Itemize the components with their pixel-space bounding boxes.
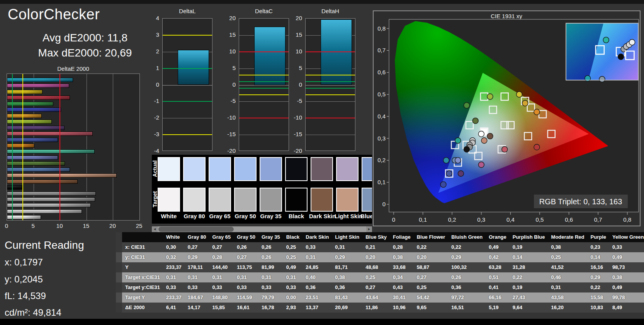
- swatch-column-label: Black: [284, 213, 309, 219]
- scrollbar-left-arrow-icon[interactable]: ◄: [152, 226, 158, 232]
- cie-1931-chart-panel: CIE 1931 xy00,10,20,30,40,50,60,70,800,1…: [373, 10, 641, 226]
- table-row: ΔE 20006,4114,1715,8516,6116,782,9313,37…: [116, 303, 644, 313]
- table-cell: 0,31: [302, 252, 332, 262]
- swatch-column-label: White: [156, 213, 182, 219]
- deltal-ref-line: [163, 101, 212, 102]
- table-cell: 148,80: [209, 292, 234, 303]
- table-cell: 9,64: [510, 303, 548, 313]
- deltae-chart-title: DeltaE 2000: [7, 65, 140, 72]
- cie-measured-marker-red: [534, 144, 540, 150]
- deltah-chart: [305, 18, 355, 151]
- table-column-header: Bluish Green: [448, 232, 486, 242]
- swatch-actual-black: [285, 157, 308, 181]
- table-row: x: CIE310,300,270,270,260,260,250,330,31…: [116, 242, 644, 252]
- table-column-header: Purple: [588, 232, 609, 242]
- table-cell: 0,36: [302, 282, 332, 292]
- cie-y-tick-label: 0,4: [377, 113, 386, 120]
- deltae-bar: [7, 149, 95, 154]
- table-cell: 0,31: [209, 272, 234, 282]
- cie-y-tick-label: 0,7: [377, 47, 386, 53]
- table-label-column-header: [122, 232, 163, 242]
- cie-x-tick-label: 0,2: [448, 216, 456, 223]
- swatch-comparison-panel: ActualTargetWhiteGray 80Gray 65Gray 50Gr…: [152, 155, 372, 224]
- table-column-header: Black: [283, 232, 303, 242]
- deltah-ref-line: [306, 81, 355, 82]
- table-cell: 5,19: [486, 303, 510, 313]
- row-gutter: [116, 292, 122, 303]
- table-cell: 100,32: [448, 262, 486, 272]
- deltae-bar: [7, 144, 34, 148]
- scrollbar-thumb[interactable]: [158, 227, 234, 232]
- table-cell: 144,40: [209, 262, 234, 272]
- inset-measured-marker: [629, 39, 635, 45]
- table-row: Target y:CIE310,330,330,330,330,330,330,…: [116, 282, 644, 292]
- cie-measured-marker-yellow-green: [487, 94, 493, 99]
- inset-measured-marker: [585, 75, 591, 81]
- scrollbar-right-arrow-icon[interactable]: ►: [366, 226, 372, 232]
- cie-measured-marker-dark-skin: [487, 133, 493, 139]
- table-row-label: Target x:CIE31: [122, 272, 163, 282]
- cie-measured-marker-magenta: [478, 162, 484, 168]
- cie-zoom-inset: [566, 23, 638, 82]
- table-cell: 0,26: [448, 272, 486, 282]
- deltae-bar: [7, 102, 53, 106]
- table-cell: 0,28: [209, 252, 234, 262]
- swatch-target-gray-50: [234, 188, 257, 212]
- table-cell: 0,38: [548, 242, 588, 252]
- cie-measured-marker-moderate-red: [502, 147, 508, 152]
- table-cell: 0,31: [258, 272, 283, 282]
- deltac-tick-label: 20: [219, 15, 236, 21]
- deltal-tick-label: -1: [142, 98, 159, 104]
- table-cell: 99,78: [609, 292, 644, 303]
- table-cell: 63,28: [486, 262, 510, 272]
- table-cell: 58,87: [414, 262, 449, 272]
- deltac-chart: [239, 18, 289, 151]
- table-cell: 97,72: [448, 292, 486, 303]
- table-cell: 0,49: [609, 252, 644, 262]
- table-cell: 16,20: [548, 303, 588, 313]
- table-cell: 233,37: [163, 262, 185, 272]
- table-cell: 6,41: [163, 303, 185, 313]
- deltae-bar: [7, 203, 91, 207]
- table-column-header: Purplish Blue: [510, 232, 548, 242]
- table-cell: 0,27: [209, 242, 234, 252]
- table-cell: 2,93: [283, 303, 303, 313]
- table-cell: 0,33: [209, 282, 234, 292]
- table-cell: 114,59: [234, 292, 258, 303]
- table-cell: 27,43: [510, 292, 548, 303]
- table-cell: 0,26: [258, 242, 283, 252]
- current-reading-title: Current Reading: [5, 239, 84, 251]
- deltal-tick-label: 0: [142, 81, 159, 88]
- swatch-column-label: Gray 80: [182, 213, 207, 219]
- deltae-bar: [7, 180, 78, 184]
- current-reading-y: y: 0,2045: [5, 274, 43, 285]
- cie-x-tick-label: 0,7: [594, 216, 602, 223]
- table-cell: 0,49: [486, 242, 510, 252]
- swatch-scrollbar[interactable]: ◄ ►: [152, 226, 372, 232]
- table-cell: 48,68: [362, 262, 390, 272]
- table-column-header: Light Skin: [332, 232, 362, 242]
- deltac-bar: [254, 27, 285, 85]
- table-cell: 0,25: [414, 282, 449, 292]
- cie-chart-title: CIE 1931 xy: [491, 13, 522, 19]
- table-cell: 0,38: [332, 272, 362, 282]
- deltah-gridline: [306, 85, 355, 86]
- deltah-chart-title: DeltaH: [305, 8, 355, 14]
- table-column-header: Gray 35: [258, 232, 283, 242]
- deltac-tick-label: 0: [219, 81, 236, 88]
- swatch-column-label: Gray 65: [207, 213, 233, 219]
- table-row: Target x:CIE310,310,310,310,310,310,310,…: [116, 272, 644, 282]
- deltal-tick-label: 3: [142, 31, 159, 38]
- cie-y-tick-label: 0,1: [377, 179, 386, 185]
- deltac-tick-label: -5: [219, 98, 236, 104]
- table-row-label: Y: [122, 262, 163, 272]
- deltae-bar: [7, 161, 65, 166]
- table-cell: 0,38: [609, 272, 644, 282]
- deltae-bar: [7, 185, 22, 190]
- cie-x-tick-label: 0: [392, 216, 395, 223]
- deltac-tick-label: -15: [219, 131, 236, 137]
- table-cell: 0,31: [332, 242, 362, 252]
- swatch-actual-white: [158, 157, 180, 181]
- table-cell: 9,65: [414, 303, 449, 313]
- cie-x-tick-label: 0,3: [477, 216, 485, 223]
